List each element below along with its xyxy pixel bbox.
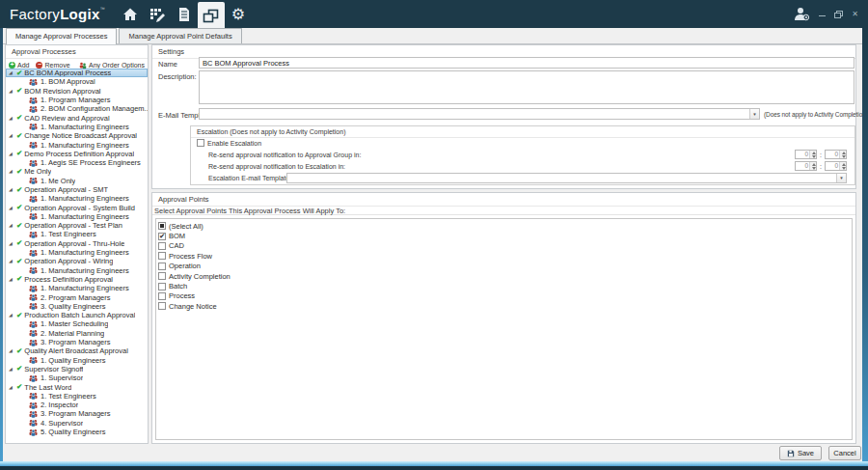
description-input[interactable] — [199, 70, 854, 104]
expand-arrow-icon[interactable]: ◢ — [9, 259, 14, 263]
tree-item-approval-group[interactable]: 1. Master Scheduling — [6, 319, 148, 328]
add-button[interactable]: +Add — [9, 62, 29, 69]
chevron-down-icon[interactable]: ▼ — [749, 109, 759, 119]
settings-gear-icon[interactable]: ⚙ — [225, 0, 252, 28]
tree-item-approval-group[interactable]: 1. Manufacturing Engineers — [6, 266, 148, 275]
spin-down-icon[interactable] — [840, 154, 846, 158]
enable-escalation-checkbox[interactable]: Enable Escalation — [197, 139, 261, 147]
checkbox-icon[interactable] — [158, 222, 166, 230]
tree-item-process[interactable]: ◢✔Operation Approval - Thru-Hole — [6, 239, 148, 248]
tree-item-approval-group[interactable]: 2. Material Planning — [6, 329, 148, 338]
tree-item-approval-group[interactable]: 2. Inspector — [6, 401, 148, 409]
checkbox-icon[interactable] — [158, 263, 166, 270]
tree-item-process[interactable]: ◢✔Operation Approval - Test Plan — [6, 221, 148, 230]
tree-item-process[interactable]: ◢✔Me Only — [6, 167, 148, 176]
save-button[interactable]: Save — [779, 446, 822, 460]
planning-icon[interactable] — [144, 0, 171, 28]
spin-down-icon[interactable] — [810, 154, 816, 158]
expand-arrow-icon[interactable]: ◢ — [9, 223, 14, 228]
tree-item-process[interactable]: ◢✔The Last Word — [6, 382, 148, 391]
checkbox-icon[interactable] — [197, 139, 204, 147]
spin-down-icon[interactable] — [810, 166, 816, 170]
approval-point-row[interactable]: Batch — [158, 281, 850, 290]
approval-point-row[interactable]: Change Notice — [158, 301, 850, 311]
name-input[interactable] — [199, 57, 854, 69]
expand-arrow-icon[interactable]: ◢ — [9, 89, 14, 94]
user-icon[interactable] — [794, 7, 810, 21]
expand-arrow-icon[interactable]: ◢ — [9, 385, 14, 390]
cancel-button[interactable]: Cancel — [828, 446, 861, 460]
approval-point-row[interactable]: Operation — [158, 262, 850, 271]
tree-item-approval-group[interactable]: 1. Manufacturing Engineers — [6, 212, 148, 221]
tab-manage-approval-point-defaults[interactable]: Manage Approval Point Defaults — [119, 28, 241, 43]
tab-manage-approval-processes[interactable]: Manage Approval Processes — [6, 28, 117, 44]
email-template-select[interactable]: ▼ — [199, 108, 760, 120]
minutes-spinner[interactable]: 0 — [825, 150, 847, 159]
approval-point-row[interactable]: CAD — [158, 241, 850, 251]
tree-item-approval-group[interactable]: 1. Quality Engineers — [6, 356, 148, 365]
tree-item-process[interactable]: ◢✔Demo Process Definition Approval — [6, 150, 148, 158]
checkbox-icon[interactable] — [158, 233, 166, 240]
tree-item-approval-group[interactable]: 1. Supervisor — [6, 373, 148, 382]
tree-item-approval-group[interactable]: 1. Manufacturing Engineers — [6, 194, 148, 203]
approval-point-row[interactable]: Activity Completion — [158, 271, 850, 281]
expand-arrow-icon[interactable]: ◢ — [9, 187, 14, 192]
minutes-spinner[interactable]: 0 — [825, 161, 847, 171]
remove-button[interactable]: −Remove — [36, 62, 69, 69]
expand-arrow-icon[interactable]: ◢ — [9, 367, 14, 372]
tree-item-process[interactable]: ◢✔CAD Review and Approval — [6, 113, 148, 122]
tree-item-approval-group[interactable]: 1. Manufacturing Engineers — [6, 140, 148, 149]
tree-item-process[interactable]: ◢✔Production Batch Launch Approval — [6, 311, 148, 319]
hours-spinner[interactable]: 0 — [795, 150, 817, 159]
tree-item-approval-group[interactable]: 3. Quality Engineers — [6, 302, 148, 311]
home-icon[interactable] — [117, 0, 144, 28]
approval-point-row[interactable]: BOM — [158, 231, 850, 240]
approval-point-row[interactable]: (Select All) — [158, 221, 850, 231]
expand-arrow-icon[interactable]: ◢ — [9, 152, 14, 156]
checkbox-icon[interactable] — [158, 292, 166, 300]
tree-item-approval-group[interactable]: 1. Aegis SE Process Engineers — [6, 158, 148, 167]
tree-item-approval-group[interactable]: 1. Manufacturing Engineers — [6, 123, 148, 131]
windows-icon[interactable] — [198, 2, 225, 28]
hours-spinner[interactable]: 0 — [795, 161, 817, 171]
expand-arrow-icon[interactable]: ◢ — [9, 348, 14, 353]
tree-item-process[interactable]: ◢✔Operation Approval - System Build — [6, 203, 148, 211]
tree-item-process[interactable]: ◢✔Operation Approval - Wiring — [6, 257, 148, 265]
tree-item-approval-group[interactable]: 5. Quality Engineers — [6, 428, 148, 436]
tree-item-process[interactable]: ◢✔Process Definition Approval — [6, 275, 148, 284]
tree-item-approval-group[interactable]: 1. Manufacturing Engineers — [6, 248, 148, 257]
tree-item-process[interactable]: ◢✔Change Notice Broadcast Approval — [6, 131, 148, 140]
expand-arrow-icon[interactable]: ◢ — [9, 169, 14, 174]
tree-item-approval-group[interactable]: 2. BOM Configuration Managem... — [6, 104, 148, 113]
tree-item-process[interactable]: ◢✔Operation Approval - SMT — [6, 185, 148, 194]
tree-item-process[interactable]: ◢✔BC BOM Approval Process — [6, 69, 148, 77]
close-button[interactable]: ✕ — [852, 11, 858, 18]
expand-arrow-icon[interactable]: ◢ — [9, 313, 14, 318]
expand-arrow-icon[interactable]: ◢ — [9, 70, 14, 75]
expand-arrow-icon[interactable]: ◢ — [9, 241, 14, 246]
tree-item-approval-group[interactable]: 3. Program Managers — [6, 338, 148, 346]
tree-item-process[interactable]: ◢✔Quality Alert Broadcast Approval — [6, 346, 148, 355]
checkbox-icon[interactable] — [158, 283, 166, 290]
checkbox-icon[interactable] — [158, 242, 166, 250]
library-icon[interactable] — [171, 0, 198, 28]
tree-item-approval-group[interactable]: 2. Program Managers — [6, 292, 148, 301]
tree-item-approval-group[interactable]: 1. Test Engineers — [6, 230, 148, 238]
checkbox-icon[interactable] — [158, 272, 166, 280]
tree-item-approval-group[interactable]: 1. BOM Approval — [6, 77, 148, 86]
expand-arrow-icon[interactable]: ◢ — [9, 277, 14, 282]
approval-point-row[interactable]: Process — [158, 291, 850, 301]
approval-point-row[interactable]: Process Flow — [158, 251, 850, 261]
tree-item-approval-group[interactable]: 4. Supervisor — [6, 419, 148, 428]
restore-button[interactable] — [834, 11, 843, 18]
checkbox-icon[interactable] — [158, 302, 166, 310]
tree-item-approval-group[interactable]: 3. Program Managers — [6, 409, 148, 418]
spin-down-icon[interactable] — [840, 166, 846, 170]
minimize-button[interactable] — [819, 12, 826, 16]
tree-item-approval-group[interactable]: 1. Me Only — [6, 177, 148, 185]
tree-item-process[interactable]: ◢✔Supervisor Signoff — [6, 365, 148, 373]
tree-item-approval-group[interactable]: 1. Manufacturing Engineers — [6, 284, 148, 292]
expand-arrow-icon[interactable]: ◢ — [9, 116, 14, 121]
tree-item-approval-group[interactable]: 1. Test Engineers — [6, 392, 148, 401]
escalation-email-template-select[interactable]: ▼ — [286, 173, 847, 183]
